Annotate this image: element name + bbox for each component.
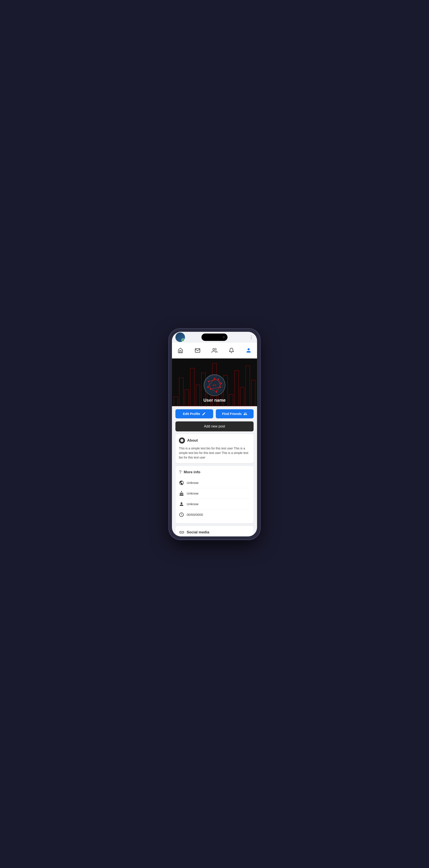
- phone-frame: ⋮: [169, 329, 260, 539]
- social-media-header: Social media: [179, 529, 250, 535]
- svg-point-22: [218, 379, 219, 380]
- username-display: User name: [204, 398, 225, 403]
- svg-point-18: [221, 382, 222, 384]
- user-avatar-small[interactable]: [176, 333, 185, 342]
- clock-icon: [179, 512, 184, 517]
- more-info-icon: ?: [179, 469, 182, 475]
- svg-point-19: [216, 391, 217, 392]
- about-icon: [179, 437, 185, 443]
- birthday-icon: [179, 491, 184, 496]
- birthday-row: Unknow: [179, 488, 250, 499]
- gender-row: Unknow: [179, 499, 250, 509]
- navigation-bar: [172, 343, 257, 359]
- nav-messages[interactable]: [193, 346, 202, 355]
- more-info-card: ? More info Unknow Unknow: [176, 466, 253, 523]
- nav-notifications[interactable]: [227, 346, 236, 355]
- gender-value: Unknow: [187, 502, 198, 506]
- svg-point-23: [220, 386, 221, 388]
- location-row: Unknow: [179, 477, 250, 488]
- find-friends-label: Find Friends: [222, 412, 242, 415]
- edit-profile-button[interactable]: Edit Profile: [176, 409, 213, 418]
- svg-point-17: [214, 378, 215, 379]
- nav-profile[interactable]: [244, 346, 253, 355]
- svg-point-1: [247, 348, 249, 350]
- actions-row: Edit Profile Find Friends: [172, 406, 257, 422]
- birthday-value: Unknow: [187, 492, 198, 495]
- find-friends-button[interactable]: Find Friends: [216, 409, 253, 418]
- globe-icon: [179, 480, 184, 486]
- social-media-title: Social media: [187, 530, 209, 534]
- gender-icon: [179, 501, 184, 507]
- bio-text: This is a simple test bio for this test …: [179, 446, 250, 460]
- cover-section: User name: [172, 359, 257, 406]
- profile-avatar[interactable]: [204, 374, 225, 396]
- dynamic-island: [202, 334, 227, 341]
- about-title: About: [187, 438, 198, 443]
- link-icon: [179, 529, 185, 535]
- status-bar: ⋮: [172, 332, 257, 343]
- nav-friends[interactable]: [210, 346, 219, 355]
- phone-screen: ⋮: [172, 332, 257, 536]
- svg-point-21: [208, 381, 209, 382]
- svg-point-20: [207, 386, 208, 388]
- joined-row: 00/00/0000: [179, 509, 250, 520]
- about-card: About This is a simple test bio for this…: [176, 434, 253, 463]
- svg-point-0: [213, 348, 215, 350]
- camera-dot: [223, 336, 225, 338]
- add-post-button[interactable]: Add new post: [176, 422, 253, 431]
- more-info-title: More info: [184, 470, 201, 474]
- more-info-header: ? More info: [179, 469, 250, 475]
- social-media-card: Social media f Facebook Instagram: [176, 526, 253, 536]
- svg-point-24: [210, 389, 211, 390]
- nav-home[interactable]: [176, 346, 185, 355]
- edit-profile-label: Edit Profile: [183, 412, 200, 415]
- profile-content: Edit Profile Find Friends Add new post: [172, 406, 257, 536]
- joined-value: 00/00/0000: [187, 513, 203, 517]
- about-header: About: [179, 437, 250, 443]
- location-value: Unknow: [187, 481, 198, 485]
- more-options-icon[interactable]: ⋮: [249, 335, 253, 340]
